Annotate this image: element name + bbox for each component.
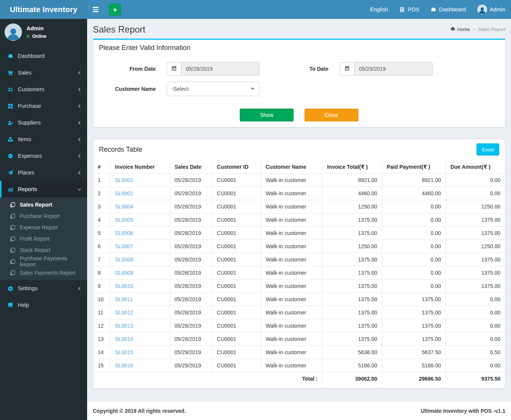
invoice-link[interactable]: SL0005	[115, 217, 133, 223]
sidebar-subitem-sales-payments-report[interactable]: Sales Payments Report	[0, 267, 87, 278]
excel-export-button[interactable]: Excel	[477, 143, 499, 156]
column-header: Paid Payment(₹ )	[382, 160, 445, 174]
sidebar-subitem-stock-report[interactable]: Stock Report	[0, 244, 87, 256]
chevron-left-icon	[77, 121, 81, 125]
sidebar-item-places[interactable]: Places	[0, 164, 87, 181]
page-title: Sales Report	[93, 24, 145, 35]
sidebar-item-expenses[interactable]: Expenses	[0, 148, 87, 164]
chevron-left-icon	[77, 154, 81, 158]
copy-icon	[9, 247, 16, 253]
user-status: Online	[27, 34, 46, 39]
online-dot-icon	[27, 35, 30, 38]
calendar-icon	[171, 65, 177, 72]
sidebar-item-reports[interactable]: Reports	[0, 181, 87, 198]
sidebar-item-suppliers[interactable]: Suppliers	[0, 114, 87, 131]
records-total-row: Total :39062.0029686.509375.50	[93, 372, 505, 386]
sidebar-item-sales[interactable]: Sales	[0, 64, 87, 81]
invoice-link[interactable]: SL0007	[115, 243, 133, 249]
total-value: 39062.00	[322, 372, 382, 386]
show-button[interactable]: Show	[240, 109, 294, 121]
sidebar-item-items[interactable]: Items	[0, 131, 87, 148]
sidebar: Admin Online DashboardSalesCustomersPurc…	[0, 19, 87, 420]
column-header: Invoice Total(₹ )	[322, 160, 382, 174]
invoice-link[interactable]: SL0016	[115, 362, 133, 369]
sidebar-subitem-expense-report[interactable]: Expense Report	[0, 222, 87, 233]
chevron-left-icon	[77, 137, 81, 142]
minus-circle-icon	[6, 153, 14, 159]
caret-down-icon	[251, 88, 255, 90]
copy-icon	[9, 236, 16, 242]
table-row: 10SL001105/28/2019CU0001Walk-in customer…	[93, 293, 505, 306]
table-row: 5SL000605/28/2019CU0001Walk-in customer1…	[93, 227, 505, 240]
sidebar-item-settings[interactable]: Settings	[0, 280, 87, 297]
to-date-input[interactable]	[354, 62, 433, 76]
table-row: 3SL000405/28/2019CU0001Walk-in customer1…	[93, 200, 505, 213]
cubes-icon	[6, 137, 14, 142]
to-date-calendar-addon[interactable]	[340, 62, 354, 76]
navbar-links: EnglishPOSDashboardAdmin	[364, 0, 511, 19]
sidebar-subitem-purchase-payments-report[interactable]: Purchase Payments Report	[0, 256, 87, 267]
navbar-link-pos[interactable]: POS	[394, 0, 425, 19]
table-row: 13SL001405/28/2019CU0001Walk-in customer…	[93, 333, 505, 346]
grid-icon	[6, 103, 14, 109]
from-date-input[interactable]	[181, 62, 259, 76]
copy-icon	[9, 202, 16, 208]
navbar-link-english[interactable]: English	[364, 0, 394, 19]
sidebar-menu: DashboardSalesCustomersPurchaseSuppliers…	[0, 48, 87, 313]
filter-panel-title: Please Enter Valid Information	[99, 44, 191, 52]
table-row: 6SL000705/28/2019CU0001Walk-in customer1…	[93, 240, 505, 253]
records-panel-title: Records Table	[99, 146, 142, 154]
hamburger-icon	[93, 7, 98, 12]
sidebar-user-panel: Admin Online	[0, 19, 87, 46]
table-row: 15SL001605/29/2019CU0001Walk-in customer…	[93, 359, 505, 372]
invoice-link[interactable]: SL0008	[115, 257, 133, 263]
table-row: 7SL000805/28/2019CU0001Walk-in customer1…	[93, 253, 505, 266]
sidebar-item-help[interactable]: Help	[0, 297, 87, 313]
plus-icon: +	[113, 6, 117, 13]
invoice-link[interactable]: SL0002	[115, 190, 133, 196]
copy-icon	[9, 259, 16, 264]
table-row: 12SL001305/28/2019CU0001Walk-in customer…	[93, 319, 505, 333]
column-header: Customer Name	[261, 160, 322, 174]
sidebar-subitem-purchase-report[interactable]: Purchase Report	[0, 210, 87, 222]
close-button[interactable]: Close	[305, 109, 358, 121]
invoice-link[interactable]: SL0011	[115, 296, 133, 302]
invoice-link[interactable]: SL0006	[115, 230, 133, 236]
user-avatar	[5, 23, 22, 41]
gauge-icon	[431, 7, 436, 12]
copy-icon	[9, 225, 16, 230]
invoice-link[interactable]: SL0012	[115, 310, 133, 316]
records-table: #Invoice NumberSales DateCustomer IDCust…	[93, 160, 505, 385]
sidebar-item-purchase[interactable]: Purchase	[0, 98, 87, 114]
sidebar-subitem-sales-report[interactable]: Sales Report	[0, 199, 87, 210]
home-gauge-icon	[450, 26, 455, 33]
sidebar-item-dashboard[interactable]: Dashboard	[0, 48, 87, 64]
sidebar-subitem-profit-report[interactable]: Profit Report	[0, 233, 87, 244]
sidebar-item-customers[interactable]: Customers	[0, 81, 87, 98]
gauge-icon	[6, 53, 14, 59]
invoice-link[interactable]: SL0001	[115, 177, 133, 183]
invoice-link[interactable]: SL0010	[115, 283, 133, 289]
sidebar-toggle-button[interactable]	[87, 0, 104, 19]
chevron-left-icon	[77, 71, 81, 75]
admin-avatar-icon	[477, 5, 487, 14]
from-date-calendar-addon[interactable]	[167, 62, 181, 76]
navbar-link-dashboard[interactable]: Dashboard	[425, 0, 472, 19]
app-logo[interactable]: Ultimate Inventory	[0, 0, 87, 19]
users-icon	[6, 87, 14, 92]
quick-add-button[interactable]: +	[109, 4, 121, 16]
chevron-left-icon	[77, 104, 81, 108]
customer-select[interactable]: -Select-	[167, 82, 259, 96]
invoice-link[interactable]: SL0014	[115, 336, 133, 342]
invoice-link[interactable]: SL0004	[115, 204, 133, 210]
invoice-link[interactable]: SL0013	[115, 323, 133, 329]
total-value: 29686.50	[382, 372, 445, 386]
invoice-link[interactable]: SL0009	[115, 270, 133, 276]
breadcrumb-home-link[interactable]: Home	[450, 26, 470, 33]
chevron-left-icon	[77, 87, 81, 92]
invoice-link[interactable]: SL0015	[115, 349, 133, 355]
chevron-left-icon	[77, 286, 81, 291]
chevron-down-icon	[77, 187, 81, 191]
table-row: 1SL000105/28/2019CU0001Walk-in customer8…	[93, 174, 505, 187]
navbar-link-admin[interactable]: Admin	[472, 0, 511, 19]
